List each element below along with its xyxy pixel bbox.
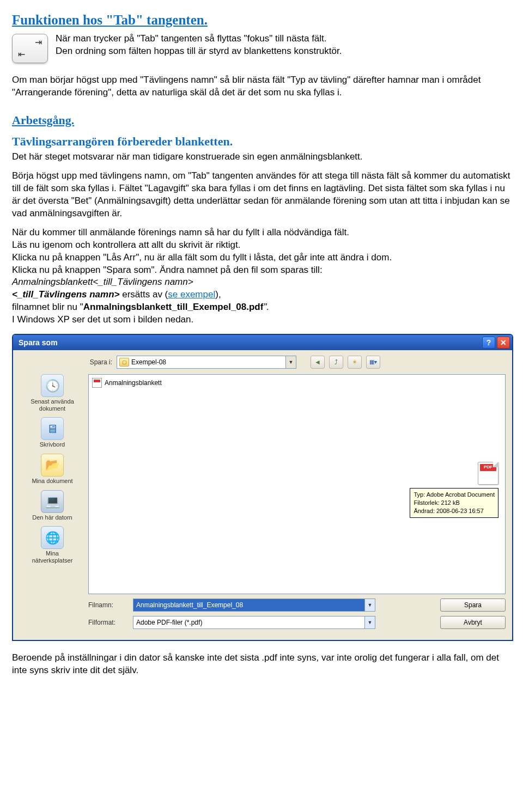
dialog-titlebar[interactable]: Spara som ? ✕ [13, 335, 512, 350]
computer-icon: 💻 [41, 490, 64, 513]
help-button[interactable]: ? [482, 337, 495, 349]
place-desktop[interactable]: 🖥 Skrivbord [20, 417, 85, 448]
filename-label: Filnamn: [88, 601, 127, 609]
filename-value: Anmalningsblankett_till_Exempel_08 [136, 601, 243, 609]
mp2-d: Klicka nu på knappen "Spara som". Ändra … [12, 265, 323, 275]
dialog-title-text: Spara som [19, 338, 58, 348]
tooltip-size: Filstorlek: 212 kB [413, 499, 495, 507]
replace-close: ), [215, 289, 221, 300]
desktop-icon: 🖥 [41, 417, 64, 440]
recent-docs-icon: 🕓 [41, 374, 64, 397]
tab-arrow-left-icon: ⇤ [18, 48, 25, 60]
cancel-button[interactable]: Avbryt [440, 616, 506, 629]
replace-text: ersätts av ( [119, 289, 168, 300]
replace-token: <_till_Tävlingens namn> [12, 289, 119, 300]
places-bar: 🕓 Senast använda dokument 🖥 Skrivbord 📂 … [20, 374, 88, 594]
tooltip-modified: Ändrad: 2008-06-23 16:57 [413, 507, 495, 515]
tooltip-type: Typ: Adobe Acrobat Document [413, 491, 495, 499]
file-tooltip: Typ: Adobe Acrobat Document Filstorlek: … [410, 462, 498, 518]
main-para-1: Börja högst upp med tävlingens namn, om … [12, 170, 511, 220]
prep-para: Det här steget motsvarar när man tidigar… [12, 151, 511, 163]
save-button[interactable]: Spara [440, 599, 506, 612]
save-as-dialog: Spara som ? ✕ Spara i: ▢ Exempel-08 ▼ ◄ … [12, 334, 513, 641]
nav-back-icon[interactable]: ◄ [311, 356, 325, 369]
after-para: Beroende på inställningar i din dator så… [12, 652, 511, 677]
place-computer[interactable]: 💻 Den här datorn [20, 490, 85, 521]
result-a: filnamnet blir nu " [12, 302, 83, 312]
place-recent[interactable]: 🕓 Senast använda dokument [20, 374, 85, 412]
chevron-down-icon[interactable]: ▼ [285, 356, 296, 368]
tab-key-icon: ⇥ ⇤ [12, 34, 48, 63]
nav-newfolder-icon[interactable]: ✶ [348, 356, 362, 369]
xp-note: I Windows XP ser det ut som i bilden ned… [12, 314, 193, 325]
nav-views-icon[interactable]: ▦▾ [366, 356, 380, 369]
nav-up-icon[interactable]: ⤴ [329, 356, 343, 369]
tab-para-3: Om man börjar högst upp med "Tävlingens … [12, 74, 511, 99]
result-c: ". [263, 302, 269, 312]
mydocs-icon: 📂 [41, 454, 64, 477]
place-mydocs-label: Mina dokument [32, 478, 72, 485]
chevron-down-icon[interactable]: ▼ [364, 616, 375, 628]
place-recent-label: Senast använda dokument [31, 398, 74, 412]
save-in-label: Spara i: [80, 358, 112, 367]
result-filename: Anmalningsblankett_till_Exempel_08.pdf [83, 302, 264, 312]
save-in-value: Exempel-08 [131, 358, 166, 367]
place-desktop-label: Skrivbord [40, 441, 65, 448]
main-para-2: När du kommer till anmälande förenings n… [12, 227, 511, 327]
close-button[interactable]: ✕ [497, 337, 510, 349]
tab-key-row: ⇥ ⇤ När man trycker på "Tab" tangenten s… [12, 33, 511, 63]
see-example-link[interactable]: se exempel [168, 289, 215, 300]
heading-prepare: Tävlingsarrangören förbereder blanketten… [12, 133, 511, 150]
heading-workflow: Arbetsgång. [12, 112, 511, 129]
place-computer-label: Den här datorn [32, 514, 72, 521]
filetype-label: Filformat: [88, 618, 127, 627]
tab-intro-text: När man trycker på "Tab" tangenten så fl… [56, 33, 342, 58]
mp2-a: När du kommer till anmälande förenings n… [12, 227, 349, 237]
chevron-down-icon[interactable]: ▼ [364, 599, 375, 611]
tab-arrow-right-icon: ⇥ [35, 36, 42, 48]
mp2-c: Klicka nu på knappen "Lås Arr", nu är al… [12, 252, 392, 262]
filetype-value: Adobe PDF-filer (*.pdf) [136, 618, 202, 627]
pdf-large-icon [478, 462, 498, 485]
place-mydocs[interactable]: 📂 Mina dokument [20, 454, 85, 485]
file-item[interactable]: Anmalningsblankett [92, 378, 502, 388]
pdf-file-icon [92, 378, 102, 388]
filetype-dropdown[interactable]: Adobe PDF-filer (*.pdf) ▼ [133, 616, 375, 629]
filename-template: Anmalningsblankett<_till_Tävlingens namn… [12, 277, 193, 287]
file-list-area[interactable]: Anmalningsblankett Typ: Adobe Acrobat Do… [88, 374, 506, 594]
place-network[interactable]: 🌐 Mina nätverksplatser [20, 526, 85, 564]
place-network-label: Mina nätverksplatser [32, 550, 73, 564]
heading-tab-function: Funktionen hos "Tab" tangenten. [12, 11, 511, 29]
folder-icon: ▢ [119, 358, 129, 367]
file-item-label: Anmalningsblankett [105, 378, 162, 387]
save-in-dropdown[interactable]: ▢ Exempel-08 ▼ [117, 356, 296, 369]
filename-input[interactable]: Anmalningsblankett_till_Exempel_08 ▼ [133, 599, 375, 612]
network-icon: 🌐 [41, 526, 64, 549]
tab-para-1: När man trycker på "Tab" tangenten så fl… [56, 33, 342, 45]
mp2-b: Läs nu igenom och kontrollera att allt d… [12, 240, 241, 250]
tab-para-2: Den ordning som fälten hoppas till är st… [56, 45, 342, 58]
